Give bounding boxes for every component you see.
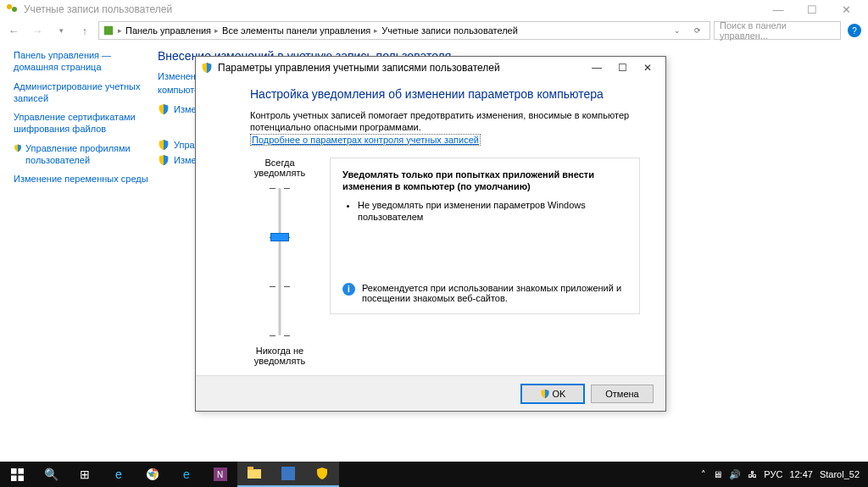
svg-rect-12 (248, 467, 253, 470)
ie-icon[interactable]: e (170, 462, 203, 487)
uac-slider[interactable] (268, 183, 292, 340)
close-button[interactable]: ✕ (829, 3, 863, 16)
svg-rect-2 (104, 26, 114, 36)
back-button[interactable]: ← (3, 20, 24, 41)
panel-icon[interactable] (271, 462, 305, 487)
sidebar-cert-encryption[interactable]: Управление сертификатами шифрования файл… (14, 111, 149, 136)
explorer-icon[interactable] (237, 462, 271, 487)
shield-icon (14, 142, 22, 154)
window-title: Учетные записи пользователей (24, 3, 172, 15)
search-input[interactable]: Поиск в панели управлен... (714, 21, 841, 40)
address-dropdown[interactable]: ⌄ (669, 26, 686, 35)
slider-label-bottom: Никогда не уведомлять (250, 346, 309, 366)
start-button[interactable] (0, 462, 34, 487)
refresh-button[interactable]: ⟳ (689, 26, 706, 35)
svg-rect-4 (18, 468, 24, 474)
info-box: Уведомлять только при попытках приложени… (330, 158, 640, 314)
address-bar[interactable]: ▸ Панель управления ▸ Все элементы панел… (98, 21, 710, 40)
shield-icon (158, 154, 170, 166)
help-icon[interactable]: ? (848, 24, 861, 37)
shield-icon (540, 389, 550, 399)
sidebar-env-vars[interactable]: Изменение переменных среды (14, 173, 149, 185)
slider-thumb[interactable] (270, 233, 289, 241)
maximize-button[interactable]: ☐ (795, 3, 829, 16)
uac-dialog: Параметры управления учетными записями п… (195, 56, 666, 412)
dialog-maximize[interactable]: ☐ (609, 62, 635, 74)
dialog-more-link[interactable]: Подробнее о параметрах контроля учетных … (250, 134, 481, 146)
svg-rect-11 (248, 469, 261, 479)
dialog-minimize[interactable]: — (584, 62, 609, 74)
breadcrumb-item[interactable]: Панель управления (125, 25, 211, 36)
uac-icon[interactable] (305, 462, 339, 487)
svg-rect-6 (18, 475, 24, 481)
dialog-footer: OK Отмена (196, 375, 665, 411)
chevron-right-icon: ▸ (374, 26, 378, 35)
dialog-close[interactable]: ✕ (635, 62, 660, 74)
window-titlebar: Учетные записи пользователей — ☐ ✕ (0, 0, 868, 19)
minimize-button[interactable]: — (761, 3, 795, 16)
chevron-right-icon: ▸ (214, 26, 219, 35)
slider-area: Всегда уведомлять Никогда не уведомлять … (250, 158, 640, 366)
tray-time[interactable]: 12:47 (789, 469, 813, 479)
info-icon: i (342, 283, 355, 296)
slider-column: Всегда уведомлять Никогда не уведомлять (250, 158, 309, 366)
tray-user[interactable]: Starol_52 (820, 469, 860, 479)
system-tray[interactable]: ˄ 🖥 🔊 🖧 РУС 12:47 Starol_52 (693, 469, 868, 480)
sidebar-profiles[interactable]: Управление профилями пользователей (14, 142, 149, 167)
info-title: Уведомлять только при попытках приложени… (342, 169, 627, 193)
app-icon (5, 3, 19, 16)
dialog-description: Контроль учетных записей помогает предот… (250, 109, 640, 134)
edge-icon[interactable]: e (102, 462, 136, 487)
onenote-icon[interactable]: N (203, 462, 237, 487)
ok-button[interactable]: OK (521, 385, 584, 403)
dialog-heading: Настройка уведомления об изменении парам… (250, 87, 640, 101)
forward-button: → (27, 20, 47, 41)
control-panel-icon (103, 25, 114, 36)
tray-chevron-icon[interactable]: ˄ (701, 469, 706, 480)
shield-icon (201, 62, 213, 74)
breadcrumb-item[interactable]: Учетные записи пользователей (381, 25, 518, 36)
svg-text:N: N (217, 470, 223, 479)
recommendation-text: Рекомендуется при использовании знакомых… (362, 283, 627, 303)
taskbar: 🔍 ⊞ e e N ˄ 🖥 🔊 🖧 РУС 12:47 Starol_52 (0, 462, 868, 487)
sidebar-item-label: Управление профилями пользователей (25, 142, 149, 167)
sidebar-home-link[interactable]: Панель управления — домашняя страница (14, 49, 149, 74)
search-icon[interactable]: 🔍 (34, 462, 68, 487)
svg-point-0 (7, 4, 12, 9)
dialog-titlebar: Параметры управления учетными записями п… (196, 57, 665, 79)
recent-button[interactable]: ▾ (51, 20, 71, 41)
svg-rect-13 (281, 467, 295, 480)
svg-rect-3 (11, 468, 17, 474)
shield-icon (158, 139, 170, 151)
ok-label: OK (553, 389, 566, 399)
sidebar: Панель управления — домашняя страница Ад… (14, 49, 149, 192)
dialog-title: Параметры управления учетными записями п… (218, 62, 500, 74)
breadcrumb-item[interactable]: Все элементы панели управления (222, 25, 370, 36)
dialog-body: Настройка уведомления об изменении парам… (196, 79, 665, 375)
svg-point-1 (12, 7, 17, 12)
chrome-icon[interactable] (136, 462, 170, 487)
slider-label-top: Всегда уведомлять (250, 158, 309, 178)
tray-lang[interactable]: РУС (764, 469, 782, 479)
tray-network-icon[interactable]: 🖧 (748, 469, 757, 479)
info-bullet: Не уведомлять при изменении параметров W… (358, 199, 627, 224)
info-column: Уведомлять только при попытках приложени… (330, 158, 640, 366)
tray-monitor-icon[interactable]: 🖥 (713, 469, 722, 479)
up-button[interactable]: ↑ (75, 20, 95, 41)
navbar: ← → ▾ ↑ ▸ Панель управления ▸ Все элемен… (0, 19, 868, 42)
shield-icon (158, 103, 170, 115)
svg-rect-5 (11, 475, 17, 481)
chevron-right-icon: ▸ (118, 26, 122, 35)
taskview-icon[interactable]: ⊞ (68, 462, 102, 487)
sidebar-manage-accounts[interactable]: Администрирование учетных записей (14, 80, 149, 105)
tray-volume-icon[interactable]: 🔊 (729, 469, 741, 480)
cancel-button[interactable]: Отмена (591, 385, 654, 403)
